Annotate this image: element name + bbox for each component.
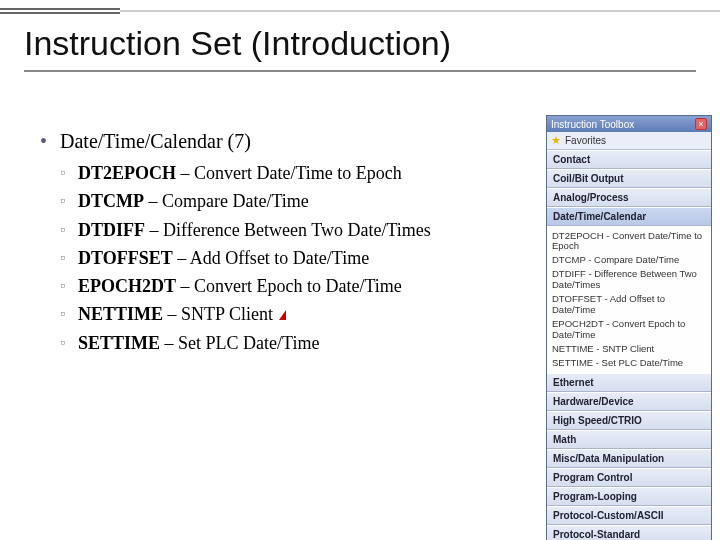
- category-header[interactable]: Math: [547, 430, 711, 449]
- toolbox-item[interactable]: SETTIME - Set PLC Date/Time: [552, 356, 706, 370]
- instruction-desc: – Difference Between Two Date/Times: [145, 220, 431, 240]
- category-body: DT2EPOCH - Convert Date/Time to Epoch DT…: [547, 226, 711, 373]
- toolbox-title-text: Instruction Toolbox: [551, 119, 634, 130]
- category-header[interactable]: Program-Looping: [547, 487, 711, 506]
- instruction-desc: – Convert Epoch to Date/Time: [176, 276, 402, 296]
- instruction-desc: – Set PLC Date/Time: [160, 333, 319, 353]
- page-title: Instruction Set (Introduction): [24, 24, 451, 63]
- toolbox-item[interactable]: DTOFFSET - Add Offset to Date/Time: [552, 293, 706, 318]
- instruction-code: NETTIME: [78, 304, 163, 324]
- category-header[interactable]: Ethernet: [547, 373, 711, 392]
- instruction-code: DTOFFSET: [78, 248, 173, 268]
- category-header[interactable]: Protocol-Standard: [547, 525, 711, 540]
- category-header[interactable]: Misc/Data Manipulation: [547, 449, 711, 468]
- instruction-desc: – Convert Date/Time to Epoch: [176, 163, 402, 183]
- toolbox-item[interactable]: DTDIFF - Difference Between Two Date/Tim…: [552, 268, 706, 293]
- list-item: DT2EPOCH – Convert Date/Time to Epoch: [60, 161, 538, 185]
- star-icon: ★: [551, 134, 561, 147]
- instruction-toolbox-panel: Instruction Toolbox × ★ Favorites Contac…: [546, 115, 712, 540]
- toolbox-titlebar: Instruction Toolbox ×: [547, 116, 711, 132]
- instruction-list: DT2EPOCH – Convert Date/Time to Epoch DT…: [60, 161, 538, 355]
- toolbox-item[interactable]: NETTIME - SNTP Client: [552, 342, 706, 356]
- instruction-code: DT2EPOCH: [78, 163, 176, 183]
- close-icon[interactable]: ×: [695, 118, 707, 130]
- instruction-desc: – SNTP Client: [163, 304, 273, 324]
- instruction-code: DTCMP: [78, 191, 144, 211]
- favorites-label: Favorites: [565, 135, 606, 146]
- top-rule: [0, 8, 720, 14]
- main-content: Date/Time/Calendar (7) DT2EPOCH – Conver…: [38, 130, 538, 359]
- category-header[interactable]: Analog/Process: [547, 188, 711, 207]
- list-item: EPOCH2DT – Convert Epoch to Date/Time: [60, 274, 538, 298]
- toolbox-item[interactable]: DTCMP - Compare Date/Time: [552, 254, 706, 268]
- list-item: DTCMP – Compare Date/Time: [60, 189, 538, 213]
- favorites-row[interactable]: ★ Favorites: [547, 132, 711, 150]
- category-header[interactable]: Contact: [547, 150, 711, 169]
- category-header[interactable]: Coil/Bit Output: [547, 169, 711, 188]
- category-header[interactable]: Program Control: [547, 468, 711, 487]
- category-header-selected[interactable]: Date/Time/Calendar: [547, 207, 711, 226]
- instruction-code: EPOCH2DT: [78, 276, 176, 296]
- instruction-code: DTDIFF: [78, 220, 145, 240]
- category-header[interactable]: Hardware/Device: [547, 392, 711, 411]
- list-item: NETTIME – SNTP Client: [60, 302, 538, 326]
- instruction-desc: – Compare Date/Time: [144, 191, 309, 211]
- title-underline: [24, 70, 696, 72]
- category-header[interactable]: Protocol-Custom/ASCII: [547, 506, 711, 525]
- marker-icon: [279, 310, 286, 320]
- list-item: SETTIME – Set PLC Date/Time: [60, 331, 538, 355]
- list-item: DTDIFF – Difference Between Two Date/Tim…: [60, 218, 538, 242]
- instruction-code: SETTIME: [78, 333, 160, 353]
- instruction-desc: – Add Offset to Date/Time: [173, 248, 370, 268]
- category-header[interactable]: High Speed/CTRIO: [547, 411, 711, 430]
- toolbox-item[interactable]: DT2EPOCH - Convert Date/Time to Epoch: [552, 229, 706, 254]
- section-heading: Date/Time/Calendar (7): [38, 130, 538, 153]
- toolbox-item[interactable]: EPOCH2DT - Convert Epoch to Date/Time: [552, 317, 706, 342]
- list-item: DTOFFSET – Add Offset to Date/Time: [60, 246, 538, 270]
